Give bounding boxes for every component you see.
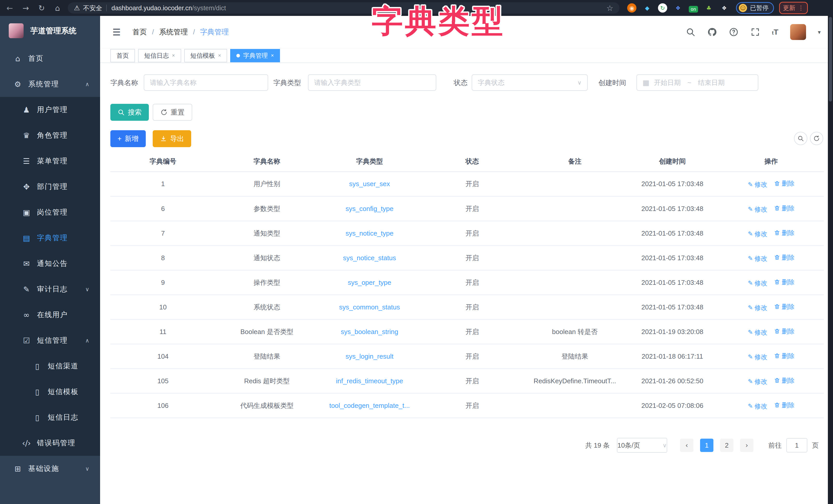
sidebar-item-sms-log[interactable]: ▯短信日志 bbox=[0, 405, 100, 430]
dict-type-link[interactable]: sys_config_type bbox=[346, 205, 394, 212]
sidebar-item-system[interactable]: ⚙系统管理∧ bbox=[0, 71, 100, 97]
browser-menu-icon[interactable]: ⋮ bbox=[798, 4, 804, 11]
export-button[interactable]: 导出 bbox=[153, 130, 191, 147]
delete-button[interactable]: 删除 bbox=[774, 179, 794, 188]
ext-plant-icon[interactable]: ♣ bbox=[704, 3, 713, 12]
sidebar-item-sms-channel[interactable]: ▯短信渠道 bbox=[0, 353, 100, 379]
sidebar-item-roles[interactable]: ♛角色管理 bbox=[0, 123, 100, 148]
sidebar-item-notice[interactable]: ✉通知公告 bbox=[0, 251, 100, 276]
dict-type-link[interactable]: sys_oper_type bbox=[348, 279, 391, 286]
tab-短信日志[interactable]: 短信日志× bbox=[138, 49, 181, 62]
ext-gem-icon[interactable]: ◆ bbox=[643, 3, 652, 12]
app-logo[interactable]: 芋道管理系统 bbox=[0, 16, 100, 46]
update-browser-button[interactable]: 更新 ⋮ bbox=[779, 2, 808, 14]
sidebar-item-depts[interactable]: ✥部门管理 bbox=[0, 174, 100, 199]
page-size-select[interactable]: 10条/页 ∨ bbox=[617, 438, 667, 453]
sidebar-item-posts[interactable]: ▣岗位管理 bbox=[0, 199, 100, 225]
browser-forward-icon[interactable]: → bbox=[20, 2, 31, 14]
breadcrumb-item[interactable]: 系统管理 bbox=[159, 27, 188, 37]
tab-短信模板[interactable]: 短信模板× bbox=[184, 49, 228, 62]
scrollbar-thumb[interactable] bbox=[829, 17, 832, 102]
sidebar-item-sms[interactable]: ☑短信管理∧ bbox=[0, 328, 100, 353]
refresh-table-button[interactable] bbox=[810, 132, 823, 145]
dict-type-link[interactable]: sys_notice_type bbox=[346, 229, 394, 237]
dict-type-field[interactable] bbox=[314, 79, 430, 87]
delete-button[interactable]: 删除 bbox=[774, 376, 794, 385]
delete-button[interactable]: 删除 bbox=[774, 352, 794, 360]
tab-close-icon[interactable]: × bbox=[172, 53, 175, 58]
hamburger-icon[interactable]: ☰ bbox=[112, 27, 121, 37]
delete-button[interactable]: 删除 bbox=[774, 327, 794, 335]
ext-on-badge-icon[interactable]: on bbox=[689, 6, 698, 12]
dict-type-link[interactable]: sys_login_result bbox=[346, 352, 394, 360]
ext-orange-icon[interactable]: ◉ bbox=[627, 3, 637, 12]
avatar-caret-icon[interactable]: ▾ bbox=[818, 29, 821, 35]
dict-type-link[interactable]: sys_boolean_string bbox=[341, 328, 398, 335]
paused-extension-badge[interactable]: ☺ 已暂停 bbox=[736, 2, 774, 14]
delete-button[interactable]: 删除 bbox=[774, 253, 794, 262]
edit-button[interactable]: ✎修改 bbox=[748, 377, 767, 386]
delete-button[interactable]: 删除 bbox=[774, 303, 794, 311]
prev-page-button[interactable]: ‹ bbox=[680, 438, 693, 452]
tab-首页[interactable]: 首页 bbox=[110, 49, 135, 62]
edit-button[interactable]: ✎修改 bbox=[748, 230, 767, 238]
search-button[interactable]: 搜索 bbox=[110, 104, 149, 121]
delete-button[interactable]: 删除 bbox=[774, 401, 794, 409]
edit-button[interactable]: ✎修改 bbox=[748, 279, 767, 287]
delete-button[interactable]: 删除 bbox=[774, 229, 794, 237]
url-bar[interactable]: ⚠ 不安全 dashboard.yudao.iocoder.cn /system… bbox=[68, 2, 619, 14]
page-button-2[interactable]: 2 bbox=[720, 438, 733, 452]
sidebar-item-menus[interactable]: ☰菜单管理 bbox=[0, 148, 100, 174]
fullscreen-icon[interactable] bbox=[751, 27, 760, 37]
sidebar-item-error-code[interactable]: ‹/›错误码管理 bbox=[0, 430, 100, 456]
search-icon[interactable] bbox=[686, 27, 695, 37]
dict-name-field[interactable] bbox=[150, 79, 262, 87]
ext-green-circle-icon[interactable]: ↻ bbox=[658, 3, 667, 12]
dict-type-input[interactable] bbox=[308, 74, 436, 91]
edit-button[interactable]: ✎修改 bbox=[748, 205, 767, 213]
sidebar-item-sms-template[interactable]: ▯短信模板 bbox=[0, 379, 100, 405]
next-page-button[interactable]: › bbox=[740, 438, 754, 452]
sidebar-item-dict[interactable]: ▤字典管理 bbox=[0, 225, 100, 251]
add-button[interactable]: + 新增 bbox=[110, 130, 146, 147]
reset-button[interactable]: 重置 bbox=[153, 104, 192, 121]
edit-button[interactable]: ✎修改 bbox=[748, 402, 767, 410]
goto-page-input[interactable] bbox=[786, 438, 807, 452]
browser-back-icon[interactable]: ← bbox=[4, 2, 16, 14]
edit-button[interactable]: ✎修改 bbox=[748, 254, 767, 263]
github-icon[interactable] bbox=[707, 27, 717, 37]
dict-name-input[interactable] bbox=[144, 74, 268, 91]
tab-字典管理[interactable]: 字典管理× bbox=[230, 49, 280, 62]
sidebar-item-infra[interactable]: ⊞基础设施∨ bbox=[0, 456, 100, 481]
toggle-search-button[interactable] bbox=[794, 132, 807, 145]
dict-type-link[interactable]: inf_redis_timeout_type bbox=[336, 377, 403, 385]
edit-button[interactable]: ✎修改 bbox=[748, 180, 767, 189]
page-button-1[interactable]: 1 bbox=[700, 438, 713, 452]
sidebar-item-audit-log[interactable]: ✎审计日志∨ bbox=[0, 276, 100, 302]
date-range-picker[interactable]: ▦ 开始日期 ~ 结束日期 bbox=[637, 74, 758, 91]
edit-button[interactable]: ✎修改 bbox=[748, 353, 767, 361]
bookmark-star-icon[interactable]: ☆ bbox=[606, 4, 613, 12]
delete-button[interactable]: 删除 bbox=[774, 204, 794, 212]
dict-type-link[interactable]: sys_user_sex bbox=[349, 180, 390, 188]
delete-button[interactable]: 删除 bbox=[774, 278, 794, 286]
tab-close-icon[interactable]: × bbox=[218, 53, 221, 58]
browser-scrollbar[interactable] bbox=[828, 16, 833, 504]
sidebar-item-home[interactable]: ⌂首页 bbox=[0, 46, 100, 71]
user-avatar[interactable] bbox=[790, 24, 806, 40]
edit-button[interactable]: ✎修改 bbox=[748, 328, 767, 336]
dict-type-link[interactable]: sys_notice_status bbox=[343, 254, 396, 262]
sidebar-item-users[interactable]: ♟用户管理 bbox=[0, 97, 100, 123]
breadcrumb-item[interactable]: 首页 bbox=[133, 27, 147, 37]
ext-puzzle-icon[interactable]: ❖ bbox=[719, 3, 729, 12]
font-size-icon[interactable]: tT bbox=[772, 28, 778, 36]
browser-home-icon[interactable]: ⌂ bbox=[52, 2, 63, 14]
dict-type-link[interactable]: tool_codegen_template_t... bbox=[329, 402, 410, 409]
edit-button[interactable]: ✎修改 bbox=[748, 304, 767, 312]
browser-reload-icon[interactable]: ↻ bbox=[36, 2, 47, 14]
ext-tiles-icon[interactable]: ❖ bbox=[673, 3, 683, 12]
sidebar-item-online-users[interactable]: ∞在线用户 bbox=[0, 302, 100, 328]
status-select[interactable]: 字典状态 ∨ bbox=[472, 74, 588, 91]
help-icon[interactable] bbox=[729, 27, 739, 37]
dict-type-link[interactable]: sys_common_status bbox=[339, 303, 400, 311]
